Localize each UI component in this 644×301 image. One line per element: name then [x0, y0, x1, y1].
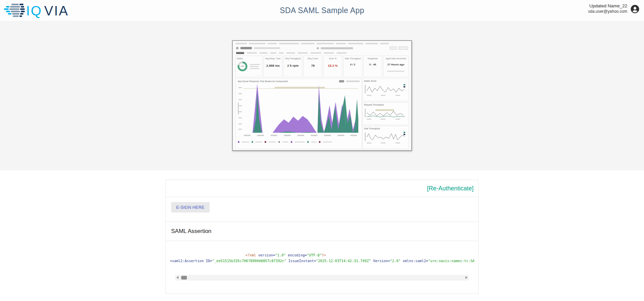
scroll-right-arrow-icon[interactable] — [466, 276, 468, 279]
user-name: Updated Name_22 — [588, 3, 627, 9]
status-donut-chart — [237, 61, 248, 72]
user-email: sda.user@yahoo.com — [588, 9, 627, 14]
saml-xml-code: <?xml version="1.0" encoding="UTF-8"?><s… — [170, 252, 474, 264]
preview-tabs-row — [236, 51, 408, 55]
response-time-chart-panel: App Server Response Time Broken by Compo… — [235, 78, 362, 149]
dashboard-preview-image: Status Avg Resp. Time 2.958 ms — [232, 40, 412, 151]
logo-text-iq: IQ — [26, 3, 42, 18]
xml-assertion-line: <saml2:Assertion ID="_ee51515b335c706789… — [170, 258, 474, 264]
metric-error-pct: Error % 15.2 % — [323, 56, 342, 77]
esign-button[interactable]: E-SIGN HERE — [171, 202, 210, 213]
request-throughput-panel: Request Throughput — [362, 102, 409, 125]
scrollbar-thumb[interactable] — [181, 276, 187, 280]
esign-row: E-SIGN HERE — [166, 197, 478, 222]
metric-snapshots: Snapshots 0 : 49 — [363, 56, 382, 77]
user-info: Updated Name_22 sda.user@yahoo.com — [588, 3, 627, 14]
saml-assertion-title: SAML Assertion — [171, 228, 211, 235]
apdex-score-panel: Apdex Score — [362, 78, 409, 101]
account-circle-icon[interactable] — [630, 4, 640, 14]
metric-status: Status — [235, 56, 263, 77]
saml-card: [Re-Authenticate] E-SIGN HERE SAML Asser… — [165, 180, 479, 294]
metric-req-throughput: Req Throughput 2 k rpm — [283, 56, 302, 77]
app-header: IQ VIA SDA SAML Sample App Updated Name_… — [0, 0, 644, 21]
metric-req-count: Req Count 78 — [303, 56, 323, 77]
saml-assertion-code-section: <?xml version="1.0" encoding="UTF-8"?><s… — [166, 241, 478, 281]
hero-section: Status Avg Resp. Time 2.958 ms — [0, 21, 644, 170]
preview-header-row — [236, 46, 408, 50]
reauthenticate-row: [Re-Authenticate] — [166, 180, 478, 197]
right-panels-column: Apdex Score Request Throughput — [362, 78, 409, 149]
apdex-line-chart — [364, 82, 407, 97]
page-title: SDA SAML Sample App — [280, 6, 364, 15]
disk-throughput-panel: Disk Throughput — [362, 126, 409, 149]
saml-assertion-header-row: SAML Assertion — [166, 222, 478, 241]
metric-avg-resp-time: Avg Resp. Time 2.958 ms — [264, 56, 283, 77]
reauthenticate-link[interactable]: [Re-Authenticate] — [427, 185, 474, 192]
disk-throughput-line-chart — [364, 130, 407, 144]
preview-metric-row: Status Avg Resp. Time 2.958 ms — [235, 56, 409, 77]
metric-disk-throughput: Disk Throughput 0 / 2 — [343, 56, 362, 77]
metric-agent-last-connected: Agent last connected 27 Hours ago — [383, 56, 409, 77]
preview-toolbar — [235, 42, 409, 45]
logo-stripes-icon — [4, 4, 25, 17]
scroll-left-arrow-icon[interactable] — [176, 276, 178, 279]
xml-prolog-line: <?xml version="1.0" encoding="UTF-8"?> — [245, 252, 474, 258]
iqvia-logo: IQ VIA — [4, 3, 87, 18]
request-throughput-line-chart — [364, 106, 407, 121]
response-time-area-chart — [238, 82, 360, 139]
chart-legend — [238, 141, 360, 143]
horizontal-scrollbar[interactable] — [175, 275, 469, 281]
main-chart-title: App Server Response Time Broken by Compo… — [238, 80, 337, 82]
logo-text-via: VIA — [44, 3, 69, 18]
